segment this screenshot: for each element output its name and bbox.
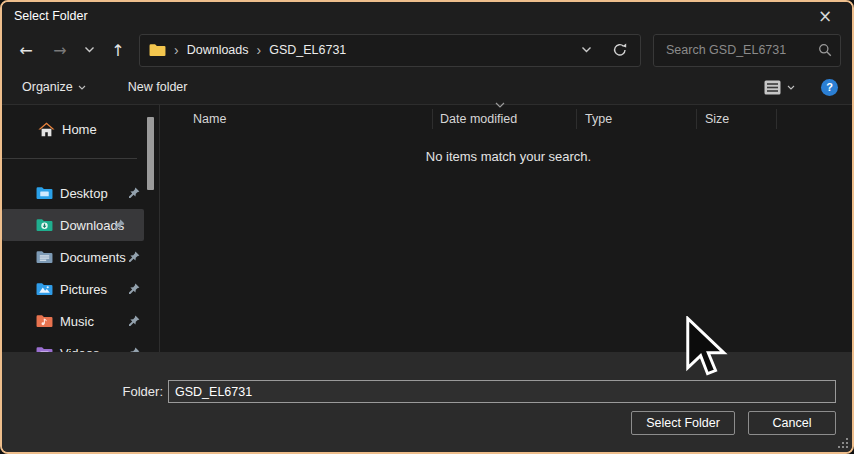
dialog-footer: Folder: Select Folder Cancel — [2, 352, 852, 452]
dialog-title: Select Folder — [14, 9, 88, 23]
magnifier-icon — [818, 43, 832, 57]
cancel-button[interactable]: Cancel — [748, 411, 836, 435]
details-view-icon — [764, 80, 781, 95]
navigation-bar: ← → ↑ › Downloads › GSD_EL6731 — [2, 30, 852, 70]
pin-icon — [128, 251, 140, 263]
pin-icon — [128, 283, 140, 295]
folder-icon — [149, 43, 166, 57]
breadcrumb-item-downloads[interactable]: Downloads — [185, 43, 251, 57]
folder-name-label: Folder: — [2, 384, 168, 399]
change-view-button[interactable] — [764, 80, 795, 95]
search-box[interactable] — [653, 34, 841, 67]
column-header-name[interactable]: Name — [160, 109, 433, 129]
sidebar-divider — [2, 158, 137, 159]
command-toolbar: Organize New folder — [2, 70, 852, 105]
help-button[interactable]: ? — [821, 79, 838, 96]
recent-locations-chevron-icon[interactable] — [80, 36, 98, 64]
chevron-down-icon — [78, 85, 86, 91]
pictures-folder-icon — [36, 282, 53, 296]
address-bar[interactable]: › Downloads › GSD_EL6731 — [139, 34, 641, 67]
forward-icon[interactable]: → — [48, 36, 72, 64]
sidebar-scrollbar-thumb[interactable] — [147, 117, 154, 190]
select-folder-button[interactable]: Select Folder — [631, 411, 735, 435]
sidebar-item-pictures[interactable]: Pictures — [2, 273, 159, 305]
chevron-down-icon — [787, 85, 795, 91]
pin-icon — [113, 219, 125, 231]
pin-icon — [128, 187, 140, 199]
up-icon[interactable]: ↑ — [106, 36, 130, 64]
address-dropdown-chevron-icon[interactable] — [569, 46, 604, 54]
search-input[interactable] — [664, 42, 818, 58]
sort-chevron-down-icon — [495, 102, 505, 109]
organize-button[interactable]: Organize — [22, 80, 86, 94]
music-folder-icon — [36, 314, 53, 328]
pin-icon — [128, 315, 140, 327]
empty-folder-message: No items match your search. — [160, 149, 854, 164]
column-header-size[interactable]: Size — [697, 109, 777, 129]
column-header-filler — [777, 109, 854, 129]
resize-grip[interactable] — [837, 437, 849, 449]
back-icon[interactable]: ← — [14, 36, 38, 64]
sidebar-item-home[interactable]: Home — [2, 113, 159, 145]
dialog-body: Home Desktop — [2, 105, 852, 352]
sidebar-item-documents[interactable]: Documents — [2, 241, 159, 273]
column-headers: Name Date modified Type Size — [160, 105, 854, 133]
breadcrumb-item-current[interactable]: GSD_EL6731 — [267, 43, 348, 57]
downloads-folder-icon — [36, 218, 53, 232]
breadcrumb-separator: › — [251, 43, 268, 57]
sidebar-item-desktop[interactable]: Desktop — [2, 177, 159, 209]
file-list-pane: Name Date modified Type Size No items ma… — [160, 105, 854, 352]
column-header-date-modified[interactable]: Date modified — [433, 109, 577, 129]
navigation-pane: Home Desktop — [2, 105, 160, 352]
breadcrumb-separator: › — [168, 43, 185, 57]
sidebar-item-downloads[interactable]: Downloads — [2, 209, 144, 241]
sidebar-item-videos[interactable]: Videos — [2, 337, 159, 352]
close-icon[interactable]: × — [810, 4, 840, 28]
folder-name-input[interactable] — [168, 380, 836, 403]
column-header-type[interactable]: Type — [577, 109, 697, 129]
select-folder-dialog: Select Folder × ← → ↑ › Downloads › GSD_… — [0, 0, 854, 454]
question-mark-icon: ? — [826, 81, 833, 93]
title-bar: Select Folder × — [2, 2, 852, 30]
refresh-icon[interactable] — [604, 42, 632, 58]
sidebar-item-music[interactable]: Music — [2, 305, 159, 337]
desktop-folder-icon — [36, 186, 53, 200]
new-folder-button[interactable]: New folder — [128, 80, 188, 94]
documents-folder-icon — [36, 250, 53, 264]
home-icon — [38, 122, 55, 137]
